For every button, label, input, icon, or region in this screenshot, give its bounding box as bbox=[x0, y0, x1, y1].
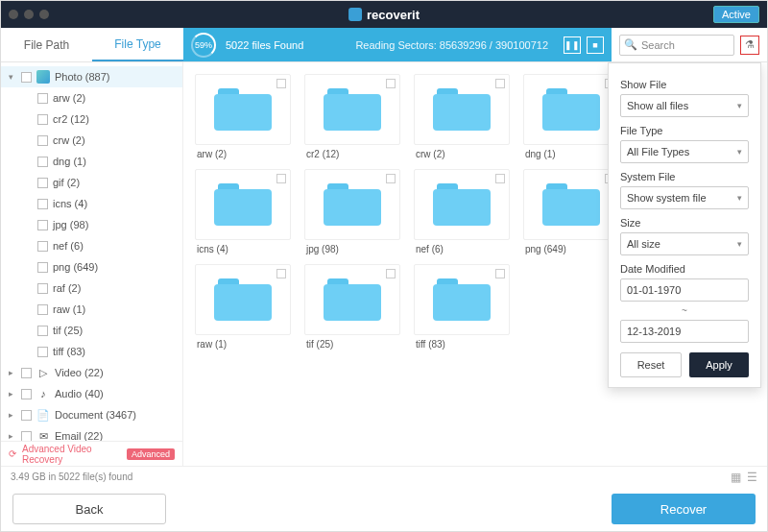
view-tabs: File Path File Type bbox=[1, 28, 183, 61]
folder-label: arw (2) bbox=[195, 149, 291, 159]
checkbox[interactable] bbox=[37, 178, 48, 188]
grid-view-icon[interactable]: ▦ bbox=[731, 471, 741, 484]
tree-group[interactable]: ▸📄Document (3467) bbox=[1, 404, 182, 425]
min-dot[interactable] bbox=[24, 10, 34, 19]
search-area: 🔍 Search ⚗ bbox=[612, 28, 767, 61]
tree-group[interactable]: ▸▷Video (22) bbox=[1, 362, 182, 383]
tree-child[interactable]: jpg (98) bbox=[1, 214, 182, 235]
folder-cell[interactable]: tif (25) bbox=[304, 264, 400, 350]
tree-child[interactable]: dng (1) bbox=[1, 151, 182, 172]
progress-ring: 59% bbox=[191, 33, 216, 58]
folder-cell[interactable]: icns (4) bbox=[195, 169, 291, 254]
tree-child[interactable]: png (649) bbox=[1, 256, 182, 278]
file-type-select[interactable]: All File Types▾ bbox=[620, 140, 749, 163]
checkbox[interactable] bbox=[37, 157, 48, 167]
tab-file-type[interactable]: File Type bbox=[92, 28, 183, 61]
tree-child[interactable]: crw (2) bbox=[1, 130, 182, 151]
folder-label: crw (2) bbox=[414, 149, 510, 159]
show-file-select[interactable]: Show all files▾ bbox=[620, 94, 749, 117]
checkbox[interactable] bbox=[386, 269, 396, 278]
folder-icon bbox=[324, 88, 381, 131]
checkbox[interactable] bbox=[21, 368, 32, 378]
pause-button[interactable]: ❚❚ bbox=[564, 36, 581, 54]
tree-group[interactable]: ▾Photo (887) bbox=[1, 66, 182, 87]
filter-button[interactable]: ⚗ bbox=[740, 36, 759, 55]
advanced-video-recovery[interactable]: ⟳ Advanced Video Recovery Advanced bbox=[1, 441, 182, 466]
folder-icon bbox=[542, 88, 600, 131]
checkbox[interactable] bbox=[276, 174, 286, 183]
tree-child[interactable]: nef (6) bbox=[1, 235, 182, 256]
system-file-select[interactable]: Show system file▾ bbox=[620, 186, 749, 209]
checkbox[interactable] bbox=[21, 389, 32, 399]
checkbox[interactable] bbox=[276, 269, 286, 278]
back-button[interactable]: Back bbox=[12, 494, 166, 524]
close-dot[interactable] bbox=[9, 10, 18, 19]
checkbox[interactable] bbox=[37, 283, 48, 294]
avr-label: Advanced Video Recovery bbox=[22, 444, 121, 465]
tree-group[interactable]: ▸♪Audio (40) bbox=[1, 383, 182, 404]
checkbox[interactable] bbox=[386, 79, 396, 88]
folder-cell[interactable]: nef (6) bbox=[414, 169, 510, 254]
checkbox[interactable] bbox=[495, 269, 505, 278]
tab-file-path[interactable]: File Path bbox=[1, 28, 92, 61]
folder-label: tif (25) bbox=[304, 339, 400, 350]
folder-cell[interactable]: jpg (98) bbox=[304, 169, 400, 254]
tree-child[interactable]: arw (2) bbox=[1, 87, 182, 109]
checkbox[interactable] bbox=[37, 347, 48, 357]
category-icon: ♪ bbox=[36, 387, 50, 400]
folder-cell[interactable]: tiff (83) bbox=[414, 264, 510, 350]
view-toggle: ▦ ☰ bbox=[731, 471, 757, 484]
tree-child[interactable]: tif (25) bbox=[1, 320, 182, 341]
checkbox[interactable] bbox=[21, 431, 32, 442]
checkbox[interactable] bbox=[37, 262, 48, 273]
folder-label: icns (4) bbox=[195, 244, 291, 254]
tree-label: Video (22) bbox=[55, 367, 104, 378]
tree-child[interactable]: raw (1) bbox=[1, 299, 182, 320]
checkbox[interactable] bbox=[37, 114, 48, 125]
checkbox[interactable] bbox=[276, 79, 286, 88]
tree-child[interactable]: raf (2) bbox=[1, 278, 182, 299]
system-file-label: System File bbox=[620, 171, 749, 182]
date-to-input[interactable]: 12-13-2019 bbox=[620, 320, 749, 343]
checkbox[interactable] bbox=[495, 79, 505, 88]
checkbox[interactable] bbox=[386, 174, 396, 183]
folder-cell[interactable]: raw (1) bbox=[195, 264, 291, 350]
active-badge[interactable]: Active bbox=[713, 6, 759, 23]
max-dot[interactable] bbox=[39, 10, 49, 19]
tree-child[interactable]: tiff (83) bbox=[1, 341, 182, 362]
folder-cell[interactable]: cr2 (12) bbox=[304, 74, 400, 159]
reset-button[interactable]: Reset bbox=[620, 352, 682, 377]
date-range-separator: ~ bbox=[620, 305, 749, 316]
apply-button[interactable]: Apply bbox=[689, 352, 749, 377]
tree-group[interactable]: ▸✉Email (22) bbox=[1, 425, 182, 441]
chevron-down-icon: ▾ bbox=[737, 101, 742, 110]
chevron-right-icon: ▸ bbox=[9, 368, 16, 377]
checkbox[interactable] bbox=[37, 135, 48, 146]
search-input[interactable]: 🔍 Search bbox=[619, 35, 734, 56]
checkbox[interactable] bbox=[21, 72, 32, 83]
folder-cell[interactable]: crw (2) bbox=[414, 74, 510, 159]
checkbox[interactable] bbox=[37, 220, 48, 230]
checkbox[interactable] bbox=[495, 174, 505, 183]
list-view-icon[interactable]: ☰ bbox=[747, 471, 757, 484]
folder-thumb bbox=[304, 264, 400, 335]
checkbox[interactable] bbox=[21, 410, 32, 421]
folder-label: tiff (83) bbox=[414, 339, 510, 350]
checkbox[interactable] bbox=[37, 93, 48, 104]
checkbox[interactable] bbox=[37, 304, 48, 315]
folder-thumb bbox=[195, 264, 291, 335]
folder-cell[interactable]: png (649) bbox=[523, 169, 619, 254]
checkbox[interactable] bbox=[37, 326, 48, 336]
stop-button[interactable]: ■ bbox=[587, 36, 604, 54]
tree-child[interactable]: gif (2) bbox=[1, 172, 182, 193]
recover-button[interactable]: Recover bbox=[612, 494, 756, 524]
tree-child[interactable]: icns (4) bbox=[1, 193, 182, 214]
tree-child[interactable]: cr2 (12) bbox=[1, 109, 182, 130]
date-from-input[interactable]: 01-01-1970 bbox=[620, 278, 749, 302]
checkbox[interactable] bbox=[37, 199, 48, 209]
folder-cell[interactable]: arw (2) bbox=[195, 74, 291, 159]
folder-label: dng (1) bbox=[523, 149, 619, 159]
folder-cell[interactable]: dng (1) bbox=[523, 74, 619, 159]
size-select[interactable]: All size▾ bbox=[620, 232, 749, 255]
checkbox[interactable] bbox=[37, 241, 48, 252]
